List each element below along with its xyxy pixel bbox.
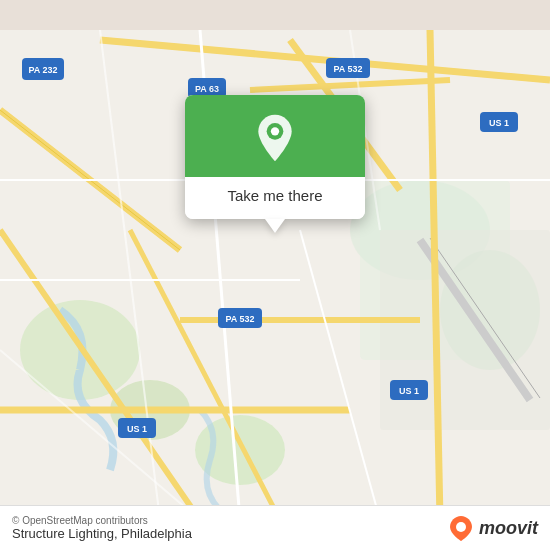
moovit-pin-icon: [447, 514, 475, 542]
moovit-brand-text: moovit: [479, 518, 538, 539]
svg-point-43: [456, 522, 466, 532]
svg-text:US 1: US 1: [489, 118, 509, 128]
popup-green-header: [185, 95, 365, 177]
svg-text:PA 532: PA 532: [225, 314, 254, 324]
svg-text:PA 532: PA 532: [333, 64, 362, 74]
svg-text:US 1: US 1: [127, 424, 147, 434]
moovit-logo: moovit: [447, 514, 538, 542]
location-popup: Take me there: [185, 95, 365, 219]
location-pin-icon: [250, 113, 300, 163]
svg-text:PA 232: PA 232: [28, 65, 57, 75]
svg-text:US 1: US 1: [399, 386, 419, 396]
map-background: PA 232 PA 63 PA 532 US 1 PA 532 US 1 US …: [0, 0, 550, 550]
map-container: PA 232 PA 63 PA 532 US 1 PA 532 US 1 US …: [0, 0, 550, 550]
svg-point-42: [271, 127, 279, 135]
popup-tail: [265, 219, 285, 233]
map-attribution: © OpenStreetMap contributors: [12, 515, 192, 526]
popup-button-section[interactable]: Take me there: [185, 177, 365, 219]
take-me-there-button[interactable]: Take me there: [227, 187, 322, 204]
location-label: Structure Lighting, Philadelphia: [12, 526, 192, 541]
bottom-bar: © OpenStreetMap contributors Structure L…: [0, 505, 550, 550]
bottom-bar-left: © OpenStreetMap contributors Structure L…: [12, 515, 192, 541]
svg-text:PA 63: PA 63: [195, 84, 219, 94]
